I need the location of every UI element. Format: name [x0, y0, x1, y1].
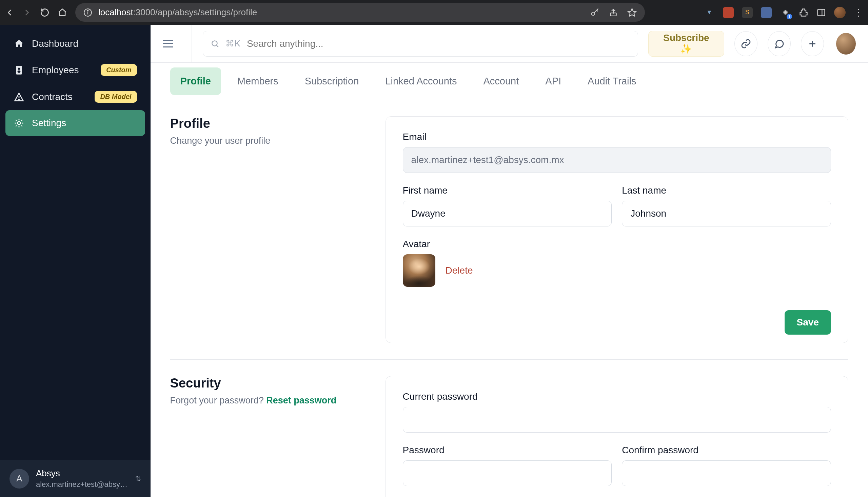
subscribe-button[interactable]: Subscribe ✨: [648, 31, 725, 57]
svg-point-9: [18, 68, 20, 70]
password-label: Password: [403, 445, 612, 456]
settings-tabs: Profile Members Subscription Linked Acco…: [151, 63, 868, 100]
svg-rect-6: [818, 9, 825, 16]
section-subtitle: Change your user profile: [170, 136, 365, 146]
section-subtitle: Forgot your password? Reset password: [170, 395, 365, 406]
star-icon[interactable]: [627, 8, 637, 17]
chat-button[interactable]: [768, 31, 791, 56]
menu-icon[interactable]: ⋮: [854, 7, 863, 18]
email-label: Email: [403, 131, 831, 142]
avatar-image[interactable]: [403, 254, 435, 287]
svg-point-12: [19, 99, 20, 100]
svg-point-3: [592, 12, 595, 15]
profile-avatar-icon[interactable]: [834, 7, 845, 18]
share-icon[interactable]: [609, 8, 618, 17]
last-name-field[interactable]: [622, 201, 831, 226]
tab-audit-trails[interactable]: Audit Trails: [578, 68, 646, 95]
org-email: alex.martinez+test@absy…: [36, 480, 128, 489]
hamburger-icon[interactable]: [163, 40, 173, 47]
search-input[interactable]: ⌘K: [203, 31, 638, 57]
sidebar-item-settings[interactable]: Settings: [5, 110, 145, 136]
link-button[interactable]: [735, 31, 757, 56]
tab-profile[interactable]: Profile: [170, 68, 221, 95]
sidebar-item-employees[interactable]: Employees Custom: [5, 57, 145, 83]
id-card-icon: [14, 65, 25, 75]
url-bar[interactable]: localhost:3000/app/absys/settings/profil…: [75, 3, 645, 22]
current-password-field[interactable]: [403, 407, 831, 432]
search-icon: [211, 39, 219, 48]
ext-icon-1[interactable]: ▼: [704, 7, 715, 18]
reset-password-link[interactable]: Reset password: [266, 395, 336, 406]
tab-api[interactable]: API: [535, 68, 571, 95]
reload-icon[interactable]: [40, 8, 49, 17]
warning-icon: [14, 92, 25, 102]
current-password-label: Current password: [403, 391, 831, 402]
gear-icon: [14, 118, 25, 128]
sidebar-item-dashboard[interactable]: Dashboard: [5, 31, 145, 57]
home-icon: [14, 39, 25, 49]
last-name-label: Last name: [622, 185, 831, 196]
topbar: ⌘K Subscribe ✨: [151, 25, 868, 63]
sidebar-item-label: Dashboard: [32, 38, 78, 49]
confirm-password-field[interactable]: [622, 460, 831, 486]
tab-members[interactable]: Members: [227, 68, 288, 95]
org-name: Absys: [36, 468, 128, 479]
panel-icon[interactable]: [816, 8, 826, 17]
tab-linked-accounts[interactable]: Linked Accounts: [375, 68, 467, 95]
url-host: localhost: [98, 7, 133, 17]
svg-line-15: [216, 45, 218, 47]
sidebar-item-label: Contracts: [32, 91, 73, 102]
tab-subscription[interactable]: Subscription: [295, 68, 369, 95]
confirm-password-label: Confirm password: [622, 445, 831, 456]
home-icon[interactable]: [58, 8, 67, 17]
svg-marker-5: [628, 9, 636, 16]
section-title: Profile: [170, 116, 365, 131]
svg-rect-10: [18, 71, 21, 73]
user-avatar[interactable]: [836, 33, 856, 55]
org-switcher[interactable]: A Absys alex.martinez+test@absy… ⇅: [0, 460, 151, 497]
section-title: Security: [170, 376, 365, 390]
sidebar: Dashboard Employees Custom Contracts DB …: [0, 25, 151, 497]
tab-account[interactable]: Account: [473, 68, 529, 95]
extensions-icon[interactable]: [799, 8, 808, 17]
svg-rect-8: [16, 66, 22, 74]
search-kbd: ⌘K: [226, 38, 241, 49]
forward-icon[interactable]: [23, 8, 32, 17]
email-field: [403, 147, 831, 173]
info-icon[interactable]: [83, 8, 92, 17]
sidebar-item-label: Settings: [32, 118, 66, 128]
profile-section: Profile Change your user profile Email F: [170, 116, 848, 359]
url-path: :3000/app/absys/settings/profile: [133, 7, 257, 17]
browser-chrome: localhost:3000/app/absys/settings/profil…: [0, 0, 868, 25]
chevron-updown-icon: ⇅: [135, 474, 141, 483]
save-profile-button[interactable]: Save: [785, 310, 831, 335]
badge-custom: Custom: [101, 64, 137, 76]
ext-icon-5[interactable]: ✺1: [780, 7, 791, 18]
first-name-field[interactable]: [403, 201, 612, 226]
svg-point-14: [212, 41, 217, 46]
first-name-label: First name: [403, 185, 612, 196]
ext-icon-4[interactable]: [761, 7, 772, 18]
avatar-label: Avatar: [403, 239, 831, 250]
svg-point-2: [87, 10, 88, 11]
search-field[interactable]: [247, 38, 630, 49]
back-icon[interactable]: [5, 8, 14, 17]
badge-dbmodel: DB Model: [95, 91, 137, 103]
org-avatar: A: [10, 469, 29, 488]
svg-point-13: [18, 122, 21, 125]
password-field[interactable]: [403, 460, 612, 486]
key-icon[interactable]: [590, 8, 599, 17]
sidebar-item-contracts[interactable]: Contracts DB Model: [5, 83, 145, 110]
sidebar-item-label: Employees: [32, 65, 79, 75]
delete-avatar-link[interactable]: Delete: [445, 265, 473, 276]
ext-icon-2[interactable]: [723, 7, 734, 18]
add-button[interactable]: [801, 31, 824, 56]
security-section: Security Forgot your password? Reset pas…: [170, 359, 848, 497]
ext-icon-3[interactable]: S: [742, 7, 753, 18]
